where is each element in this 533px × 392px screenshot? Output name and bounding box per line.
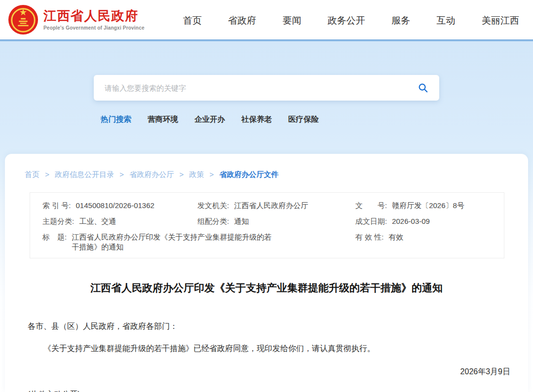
meta-field-title: 标 题: 江西省人民政府办公厅印发《关于支持产业集群提能升级的若干措施》的通知	[42, 232, 355, 252]
meta-value: 赣府厅发〔2026〕8号	[392, 201, 464, 211]
meta-label: 文 号:	[355, 201, 387, 211]
search-icon	[418, 82, 428, 93]
hero-section: 热门搜索 营商环境 企业开办 社保养老 医疗保险	[0, 41, 533, 154]
meta-value: 2026-03-09	[392, 216, 430, 226]
meta-field-index: 索 引 号: 014500810/2026-01362	[42, 201, 197, 211]
nav-item-interaction[interactable]: 互动	[437, 14, 456, 27]
hot-word-medical-insurance[interactable]: 医疗保险	[288, 114, 319, 125]
main-nav: 首页 省政府 要闻 政务公开 服务 互动 美丽江西	[183, 14, 519, 27]
hot-search-row: 热门搜索 营商环境 企业开办 社保养老 医疗保险	[101, 114, 533, 125]
nav-item-beautiful-jiangxi[interactable]: 美丽江西	[482, 14, 519, 27]
meta-value: 江西省人民政府办公厅	[234, 201, 308, 211]
breadcrumb-policy[interactable]: 政策	[189, 170, 204, 178]
nav-item-home[interactable]: 首页	[183, 14, 202, 27]
meta-value: 014500810/2026-01362	[76, 201, 154, 211]
document-date: 2026年3月9日	[5, 367, 510, 377]
meta-value: 江西省人民政府办公厅印发《关于支持产业集群提能升级的若干措施》的通知	[72, 232, 275, 252]
hot-word-company-setup[interactable]: 企业开办	[194, 114, 225, 125]
breadcrumb-info-directory[interactable]: 政府信息公开目录	[55, 170, 114, 178]
logo-text: 江西省人民政府 People's Government of Jiangxi P…	[43, 9, 145, 31]
meta-label: 发文机关:	[197, 201, 229, 211]
meta-label: 组配分类:	[197, 216, 229, 226]
breadcrumb-current: 省政府办公厅文件	[219, 170, 278, 178]
page-background: 热门搜索 营商环境 企业开办 社保养老 医疗保险 首页 > 政府信息公开目录 >…	[0, 41, 533, 392]
meta-row: 索 引 号: 014500810/2026-01362 发文机关: 江西省人民政…	[42, 201, 504, 211]
breadcrumb-separator: >	[119, 170, 124, 178]
search-input[interactable]	[105, 84, 417, 92]
nav-item-services[interactable]: 服务	[391, 14, 410, 27]
meta-field-group: 组配分类: 通知	[197, 216, 355, 226]
breadcrumb-home[interactable]: 首页	[25, 170, 39, 178]
meta-field-date: 成文日期: 2026-03-09	[355, 216, 504, 226]
meta-field-topic: 主题分类: 工业、交通	[42, 216, 197, 226]
meta-label: 有 效 性:	[355, 232, 384, 242]
meta-field-validity: 有 效 性: 有效	[355, 232, 504, 252]
meta-label: 成文日期:	[355, 216, 387, 226]
breadcrumb-separator: >	[210, 170, 214, 178]
search-button[interactable]	[417, 81, 429, 94]
breadcrumb-separator: >	[45, 170, 49, 178]
meta-field-issuer: 发文机关: 江西省人民政府办公厅	[197, 201, 355, 211]
meta-row: 标 题: 江西省人民政府办公厅印发《关于支持产业集群提能升级的若干措施》的通知 …	[42, 232, 504, 252]
meta-label: 索 引 号:	[42, 201, 71, 211]
document-body-paragraph: 《关于支持产业集群提能升级的若干措施》已经省政府同意，现印发给你们，请认真贯彻执…	[28, 344, 505, 354]
content-card: 首页 > 政府信息公开目录 > 省政府办公厅 > 政策 > 省政府办公厅文件 索…	[5, 154, 528, 392]
meta-value: 工业、交通	[79, 216, 116, 226]
meta-label: 主题分类:	[42, 216, 74, 226]
national-emblem-icon	[8, 4, 38, 35]
meta-label: 标 题:	[42, 232, 67, 242]
nav-item-disclosure[interactable]: 政务公开	[328, 14, 365, 27]
meta-value: 通知	[234, 216, 249, 226]
nav-item-government[interactable]: 省政府	[228, 14, 256, 27]
nav-item-news[interactable]: 要闻	[282, 14, 301, 27]
hot-word-business-env[interactable]: 营商环境	[148, 114, 178, 125]
site-header: 江西省人民政府 People's Government of Jiangxi P…	[0, 0, 533, 39]
search-box	[94, 75, 439, 101]
hot-word-social-security[interactable]: 社保养老	[241, 114, 272, 125]
breadcrumb: 首页 > 政府信息公开目录 > 省政府办公厅 > 政策 > 省政府办公厅文件	[5, 154, 528, 179]
site-name: 江西省人民政府	[43, 9, 145, 24]
meta-row: 主题分类: 工业、交通 组配分类: 通知 成文日期: 2026-03-09	[42, 216, 504, 226]
site-logo[interactable]: 江西省人民政府 People's Government of Jiangxi P…	[8, 4, 145, 35]
meta-value: 有效	[389, 232, 404, 242]
document-title: 江西省人民政府办公厅印发《关于支持产业集群提能升级的若干措施》的通知	[5, 281, 528, 295]
breadcrumb-general-office[interactable]: 省政府办公厅	[129, 170, 174, 178]
document-salutation: 各市、县（区）人民政府，省政府各部门：	[28, 321, 505, 332]
site-name-english: People's Government of Jiangxi Province	[43, 25, 145, 31]
meta-field-doc-number: 文 号: 赣府厅发〔2026〕8号	[355, 201, 504, 211]
breadcrumb-separator: >	[179, 170, 184, 178]
hot-search-label: 热门搜索	[101, 114, 131, 125]
document-public-note: (此件主动公开)	[28, 390, 505, 392]
document-meta-table: 索 引 号: 014500810/2026-01362 发文机关: 江西省人民政…	[30, 192, 504, 258]
